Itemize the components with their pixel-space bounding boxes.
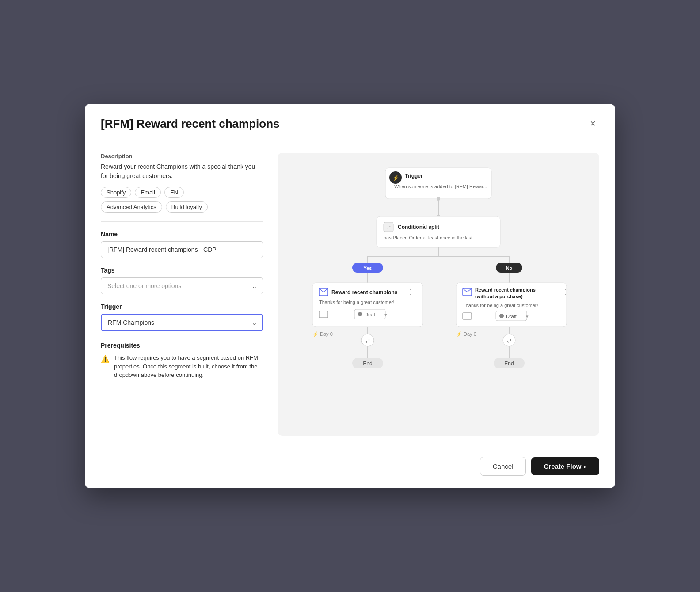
description-label: Description xyxy=(101,153,263,159)
svg-text:⚡: ⚡ xyxy=(392,175,399,181)
name-field-container: Name xyxy=(101,231,263,258)
svg-text:Conditional split: Conditional split xyxy=(398,224,439,230)
svg-text:Yes: Yes xyxy=(364,266,372,271)
svg-text:▾: ▾ xyxy=(526,314,529,319)
modal-overlay: [RFM] Reward recent champions × Descript… xyxy=(85,104,615,488)
svg-text:End: End xyxy=(363,361,372,367)
svg-text:⇄: ⇄ xyxy=(365,338,370,344)
svg-text:Draft: Draft xyxy=(506,314,517,319)
svg-text:⇌: ⇌ xyxy=(387,224,391,230)
svg-text:When someone is added to [RFM]: When someone is added to [RFM] Rewar... xyxy=(394,184,487,189)
svg-point-31 xyxy=(358,312,362,316)
cancel-button[interactable]: Cancel xyxy=(480,457,526,476)
svg-text:End: End xyxy=(504,361,514,367)
create-flow-button[interactable]: Create Flow » xyxy=(531,457,599,475)
svg-text:⋮: ⋮ xyxy=(562,288,569,296)
name-label: Name xyxy=(101,231,263,238)
tags-select[interactable]: Select one or more options xyxy=(101,277,263,294)
tag-build-loyalty: Build loyalty xyxy=(166,201,208,213)
tags-row-2: Advanced Analytics Build loyalty xyxy=(101,201,263,213)
prerequisites-section: Prerequisites ⚠️ This flow requires you … xyxy=(101,342,263,379)
svg-text:Reward recent champions: Reward recent champions xyxy=(331,289,398,296)
right-panel: ⚡ Trigger When someone is added to [RFM]… xyxy=(278,153,599,436)
tags-row-1: Shopify Email EN xyxy=(101,187,263,198)
modal: [RFM] Reward recent champions × Descript… xyxy=(85,104,615,488)
svg-text:Reward recent champions: Reward recent champions xyxy=(475,287,536,292)
svg-text:⋮: ⋮ xyxy=(407,288,414,296)
modal-footer: Cancel Create Flow » xyxy=(85,448,615,488)
tag-shopify: Shopify xyxy=(101,187,131,198)
svg-text:Thanks for being a great custo: Thanks for being a great customer! xyxy=(463,303,538,308)
svg-text:Thanks for being a great custo: Thanks for being a great customer! xyxy=(319,300,395,305)
tags-select-wrapper[interactable]: Select one or more options ⌄ xyxy=(101,277,263,294)
tags-label: Tags xyxy=(101,267,263,274)
prerequisites-warning: ⚠️ This flow requires you to have a segm… xyxy=(101,353,263,379)
prerequisites-title: Prerequisites xyxy=(101,342,263,349)
svg-text:⚡ Day 0: ⚡ Day 0 xyxy=(312,331,333,337)
left-panel: Description Reward your recent Champions… xyxy=(101,153,278,436)
tag-advanced-analytics: Advanced Analytics xyxy=(101,201,162,213)
svg-text:Draft: Draft xyxy=(365,312,375,317)
tag-en: EN xyxy=(164,187,184,198)
svg-text:has Placed Order at least once: has Placed Order at least once in the la… xyxy=(384,235,478,240)
flow-svg: ⚡ Trigger When someone is added to [RFM]… xyxy=(288,163,589,411)
trigger-label: Trigger xyxy=(101,303,263,310)
svg-text:⚡ Day 0: ⚡ Day 0 xyxy=(456,331,476,337)
trigger-select-wrapper[interactable]: RFM Champions ⌄ xyxy=(101,314,263,331)
svg-text:⋮: ⋮ xyxy=(421,223,427,230)
trigger-field-container: Trigger RFM Champions ⌄ xyxy=(101,303,263,331)
name-input[interactable] xyxy=(101,241,263,258)
tags-field-container: Tags Select one or more options ⌄ xyxy=(101,267,263,294)
svg-point-6 xyxy=(437,197,440,201)
svg-text:No: No xyxy=(506,266,513,271)
warning-icon: ⚠️ xyxy=(101,354,110,364)
svg-rect-8 xyxy=(377,216,500,247)
modal-title: [RFM] Reward recent champions xyxy=(101,117,280,131)
svg-text:Trigger: Trigger xyxy=(405,173,423,179)
svg-rect-0 xyxy=(385,168,491,199)
close-button[interactable]: × xyxy=(586,116,599,131)
prerequisites-text: This flow requires you to have a segment… xyxy=(114,353,263,379)
svg-text:⇄: ⇄ xyxy=(507,338,511,344)
modal-header: [RFM] Reward recent champions × xyxy=(85,104,615,140)
description-text: Reward your recent Champions with a spec… xyxy=(101,162,263,181)
modal-body: Description Reward your recent Champions… xyxy=(85,140,615,448)
section-divider-1 xyxy=(101,221,263,222)
svg-point-49 xyxy=(499,314,504,318)
tag-email: Email xyxy=(135,187,161,198)
svg-text:▾: ▾ xyxy=(384,312,387,317)
svg-text:(without a purchase): (without a purchase) xyxy=(475,294,523,299)
trigger-select[interactable]: RFM Champions xyxy=(101,314,263,331)
flow-diagram: ⚡ Trigger When someone is added to [RFM]… xyxy=(288,163,589,413)
